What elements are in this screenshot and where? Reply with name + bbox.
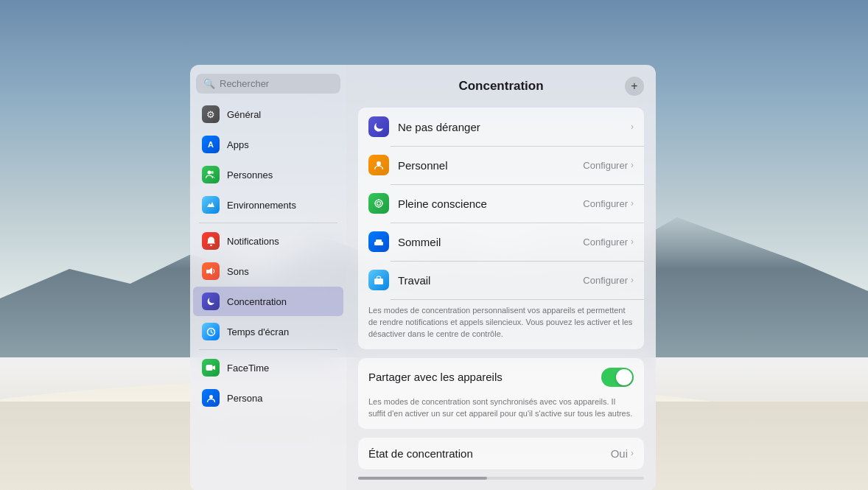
main-panel: Concentration + Ne pas déranger › xyxy=(346,65,656,490)
sidebar: 🔍 Rechercher ⚙ Général A Apps Personnes xyxy=(190,65,346,490)
sidebar-label-apps: Apps xyxy=(227,139,249,150)
sidebar-item-environnements[interactable]: Environnements xyxy=(193,190,343,220)
etat-value: Oui xyxy=(611,447,628,460)
etat-label: État de concentration xyxy=(368,447,611,460)
sidebar-label-concentration: Concentration xyxy=(227,296,287,307)
personnel-chevron: › xyxy=(631,160,634,170)
etat-card: État de concentration Oui › xyxy=(358,438,644,469)
sidebar-label-sons: Sons xyxy=(227,266,249,277)
etat-row[interactable]: État de concentration Oui › xyxy=(358,438,644,469)
personnel-icon xyxy=(368,155,389,175)
personnel-configure: Configurer xyxy=(583,160,628,171)
personnel-label: Personnel xyxy=(398,159,583,172)
search-bar[interactable]: 🔍 Rechercher xyxy=(196,74,340,94)
page-title: Concentration xyxy=(377,79,625,94)
sommeil-item[interactable]: Sommeil Configurer › xyxy=(358,223,644,261)
travail-item[interactable]: Travail Configurer › xyxy=(358,261,644,299)
general-icon: ⚙ xyxy=(202,105,220,123)
svg-rect-15 xyxy=(376,239,382,242)
main-header: Concentration + xyxy=(358,77,644,96)
sidebar-item-notifications[interactable]: Notifications xyxy=(193,226,343,256)
sidebar-item-personnes[interactable]: Personnes xyxy=(193,160,343,189)
sommeil-label: Sommeil xyxy=(398,236,583,248)
pleine-conscience-item[interactable]: Pleine conscience Configurer › xyxy=(358,184,644,223)
scroll-thumb xyxy=(358,477,487,480)
apps-icon: A xyxy=(202,136,220,153)
ne-pas-chevron: › xyxy=(631,122,634,132)
svg-point-0 xyxy=(208,171,211,175)
modes-info-text: Les modes de concentration personnalisen… xyxy=(358,299,644,349)
conc-icon xyxy=(202,293,220,310)
sidebar-label-persona: Persona xyxy=(227,393,262,404)
sidebar-item-concentration[interactable]: Concentration xyxy=(193,287,343,316)
sidebar-label-general: Général xyxy=(227,109,261,120)
divider-2 xyxy=(199,349,337,350)
svg-point-2 xyxy=(210,245,211,246)
svg-point-7 xyxy=(377,161,381,166)
search-icon: 🔍 xyxy=(203,78,215,89)
sidebar-item-temps[interactable]: Temps d'écran xyxy=(193,317,343,346)
share-card: Partager avec les appareils Les modes de… xyxy=(358,358,644,429)
sommeil-chevron: › xyxy=(631,237,634,247)
sidebar-item-apps[interactable]: A Apps xyxy=(193,130,343,159)
share-toggle[interactable] xyxy=(601,368,634,387)
divider-1 xyxy=(199,223,337,223)
ne-pas-deranger-item[interactable]: Ne pas déranger › xyxy=(358,108,644,146)
svg-point-8 xyxy=(377,202,381,206)
sidebar-label-facetime: FaceTime xyxy=(227,363,269,374)
sidebar-label-notif: Notifications xyxy=(227,236,279,247)
settings-window: 🔍 Rechercher ⚙ Général A Apps Personnes xyxy=(190,65,656,490)
search-placeholder: Rechercher xyxy=(220,78,269,89)
temps-icon xyxy=(202,323,220,340)
svg-point-6 xyxy=(209,395,213,399)
travail-icon xyxy=(368,270,389,290)
env-icon xyxy=(202,196,220,214)
sidebar-label-personnes: Personnes xyxy=(227,169,273,181)
personnel-item[interactable]: Personnel Configurer › xyxy=(358,146,644,184)
svg-rect-5 xyxy=(206,365,213,371)
travail-label: Travail xyxy=(398,274,583,287)
modes-card: Ne pas déranger › Personnel Configurer › xyxy=(358,108,644,349)
sidebar-item-sons[interactable]: Sons xyxy=(193,256,343,286)
ne-pas-icon xyxy=(368,116,389,137)
persons-icon xyxy=(202,166,220,183)
add-button[interactable]: + xyxy=(625,77,644,96)
scroll-container xyxy=(358,477,644,480)
pleine-chevron: › xyxy=(631,198,634,209)
share-info-text: Les modes de concentration sont synchron… xyxy=(358,396,644,429)
scroll-track xyxy=(358,477,644,480)
pleine-icon xyxy=(368,193,389,214)
sidebar-label-temps: Temps d'écran xyxy=(227,326,289,337)
share-row: Partager avec les appareils xyxy=(358,358,644,396)
share-label: Partager avec les appareils xyxy=(368,371,601,383)
sommeil-icon xyxy=(368,231,389,252)
sidebar-label-env: Environnements xyxy=(227,200,296,211)
notif-icon xyxy=(202,232,220,250)
svg-point-9 xyxy=(375,200,382,207)
travail-chevron: › xyxy=(631,275,634,285)
facetime-icon xyxy=(202,359,220,377)
sidebar-item-persona[interactable]: Persona xyxy=(193,383,343,413)
sons-icon xyxy=(202,262,220,280)
sidebar-item-general[interactable]: ⚙ Général xyxy=(193,99,343,129)
pleine-configure: Configurer xyxy=(583,198,628,209)
etat-chevron: › xyxy=(631,448,634,458)
sidebar-item-facetime[interactable]: FaceTime xyxy=(193,353,343,382)
travail-configure: Configurer xyxy=(583,275,628,286)
svg-point-1 xyxy=(211,171,214,174)
pleine-label: Pleine conscience xyxy=(398,197,583,210)
persona-icon xyxy=(202,389,220,407)
ne-pas-label: Ne pas déranger xyxy=(398,121,631,133)
sommeil-configure: Configurer xyxy=(583,237,628,248)
svg-rect-16 xyxy=(374,279,383,284)
svg-rect-3 xyxy=(206,270,209,273)
